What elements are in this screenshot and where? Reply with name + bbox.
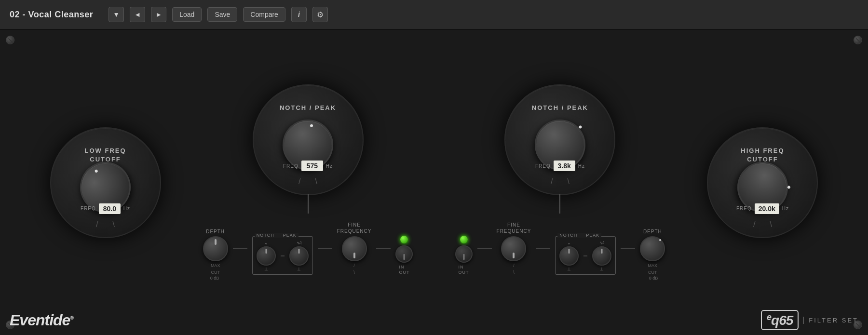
depth-2-label: DEPTH bbox=[643, 229, 662, 234]
np-2-header: NOTCH PEAK bbox=[557, 233, 601, 238]
low-freq-title: LOW FREQCUTOFF bbox=[85, 147, 126, 164]
line-1c bbox=[376, 248, 391, 249]
load-button[interactable]: Load bbox=[172, 7, 202, 22]
product-logo-area: eq65 FILTER SET bbox=[761, 310, 858, 331]
low-freq-unit: Hz bbox=[123, 206, 130, 211]
notch-peak-2-depth-col: DEPTH MAX CUT bbox=[640, 229, 665, 275]
notch-peak-1-freq-display: FREQ 575 Hz bbox=[283, 161, 333, 171]
fine-freq-1-label: FINEFREQUENCY bbox=[337, 222, 372, 234]
dropdown-button[interactable]: ▼ bbox=[108, 7, 124, 22]
bottom-bar: Eventide® eq65 FILTER SET bbox=[0, 305, 868, 335]
np-2-mid-line bbox=[583, 255, 587, 256]
screw-top-left bbox=[6, 36, 14, 44]
in-2-label: IN bbox=[459, 265, 464, 269]
led-2 bbox=[460, 236, 468, 243]
info-button[interactable]: i bbox=[291, 7, 307, 22]
notch-peak-2-knob-bg: NOTCH / PEAK FREQ 3.8k Hz / \ bbox=[504, 84, 615, 195]
out-2-label: OUT bbox=[459, 270, 469, 275]
prev-preset-button[interactable]: ◄ bbox=[130, 7, 145, 22]
fine-freq-2-label: FINEFREQUENCY bbox=[497, 222, 531, 234]
next-preset-button[interactable]: ► bbox=[151, 7, 166, 22]
eq65-logo-box: eq65 bbox=[761, 310, 799, 331]
in-1-label: IN bbox=[399, 265, 404, 269]
line-1b bbox=[318, 248, 332, 249]
top-bar: 02 - Vocal Cleanser ▼ ◄ ► Load Save Comp… bbox=[0, 0, 868, 30]
notch-peak-1-peak-knob[interactable] bbox=[289, 246, 309, 266]
brand-area: Eventide® bbox=[10, 311, 73, 329]
notch-peak-1-depth-col: DEPTH MAX CUT bbox=[203, 229, 228, 275]
notch-peak-1-freq-unit: Hz bbox=[326, 163, 333, 169]
inout-1-toggle[interactable] bbox=[395, 245, 413, 263]
notch-peak-2-ticks: / \ bbox=[551, 178, 570, 186]
preset-name: 02 - Vocal Cleanser bbox=[10, 10, 93, 20]
fine-freq-2-col: FINEFREQUENCY / \ bbox=[497, 222, 531, 275]
brand-name: Eventide® bbox=[10, 311, 73, 329]
high-freq-label: FREQ bbox=[736, 206, 752, 211]
np-1-notch-label: NOTCH bbox=[257, 233, 274, 238]
notch-peak-2-freq-value[interactable]: 3.8k bbox=[554, 161, 575, 171]
notch-peak-1-ticks: / \ bbox=[298, 178, 317, 186]
out-1-label: OUT bbox=[399, 270, 409, 275]
notch-peak-2-module: NOTCH / PEAK FREQ 3.8k Hz / \ bbox=[455, 84, 665, 281]
low-freq-display: FREQ 80.0 Hz bbox=[81, 203, 130, 214]
depth-2-cut-label: CUT bbox=[648, 270, 657, 275]
save-button[interactable]: Save bbox=[207, 7, 237, 22]
led-1 bbox=[400, 236, 408, 243]
high-freq-module: HIGH FREQCUTOFF FREQ 20.0k Hz / \ bbox=[707, 127, 818, 238]
fine-freq-1-knob[interactable] bbox=[342, 236, 367, 261]
depth-1-knob[interactable] bbox=[203, 236, 228, 261]
low-freq-label: FREQ bbox=[81, 206, 96, 211]
high-freq-ticks: / \ bbox=[753, 221, 772, 228]
np-2-peak-label: PEAK bbox=[586, 233, 599, 238]
depth-1-0db: 0 dB bbox=[210, 276, 219, 281]
eq65-logo-text: eq65 bbox=[767, 312, 793, 328]
notch-peak-2-freq-label: FREQ bbox=[535, 163, 551, 169]
np-1-mid-line bbox=[281, 255, 285, 256]
depth-2-max-cut: MAX bbox=[648, 263, 658, 268]
filter-set-label: FILTER SET bbox=[803, 317, 858, 324]
high-freq-knob-bg: HIGH FREQCUTOFF FREQ 20.0k Hz / \ bbox=[707, 127, 818, 238]
fine-freq-1-sub1: / bbox=[353, 263, 355, 268]
high-freq-value[interactable]: 20.0k bbox=[755, 203, 779, 214]
plugin-body: LOW FREQCUTOFF FREQ 80.0 Hz / \ NOTCH / … bbox=[0, 30, 868, 335]
high-freq-unit: Hz bbox=[782, 206, 789, 211]
notch-peak-2-freq-unit: Hz bbox=[578, 163, 585, 169]
depth-2-knob[interactable] bbox=[640, 236, 665, 261]
inout-2-toggle[interactable] bbox=[455, 245, 473, 263]
notch-peak-2-selector: NOTCH PEAK ⌄ ⊥ ∿⌇ bbox=[555, 236, 616, 275]
notch-peak-2-freq-display: FREQ 3.8k Hz bbox=[535, 161, 585, 171]
high-freq-title: HIGH FREQCUTOFF bbox=[741, 147, 784, 164]
line-1a bbox=[233, 248, 247, 249]
high-freq-display: FREQ 20.0k Hz bbox=[736, 203, 789, 214]
depth-2-0db: 0 dB bbox=[649, 276, 658, 281]
notch-peak-1-module: NOTCH / PEAK FREQ 575 Hz / \ bbox=[203, 84, 413, 281]
screw-top-right bbox=[854, 36, 862, 44]
fine-freq-2-sub1: / bbox=[513, 263, 515, 268]
notch-peak-2-selector-knob[interactable] bbox=[559, 246, 579, 266]
fine-freq-1-sub2: \ bbox=[353, 270, 355, 275]
fine-freq-2-sub2: \ bbox=[513, 270, 515, 275]
inout-1-col: IN OUT bbox=[395, 236, 413, 275]
line-2c bbox=[621, 248, 635, 249]
low-freq-value[interactable]: 80.0 bbox=[99, 203, 121, 214]
inout-2-col: IN OUT bbox=[455, 236, 473, 275]
low-freq-ticks: / \ bbox=[96, 221, 115, 228]
compare-button[interactable]: Compare bbox=[243, 7, 285, 22]
depth-1-max-cut: MAX bbox=[211, 263, 220, 268]
notch-peak-1-freq-value[interactable]: 575 bbox=[301, 161, 323, 171]
notch-peak-2-title: NOTCH / PEAK bbox=[532, 104, 588, 112]
depth-1-cut-label: CUT bbox=[211, 270, 220, 275]
line-2b bbox=[536, 248, 550, 249]
notch-peak-1-title: NOTCH / PEAK bbox=[280, 104, 336, 112]
four-sections: LOW FREQCUTOFF FREQ 80.0 Hz / \ NOTCH / … bbox=[0, 84, 868, 281]
notch-peak-2-peak-knob[interactable] bbox=[592, 246, 611, 266]
settings-button[interactable]: ⚙ bbox=[312, 7, 328, 22]
depth-1-label: DEPTH bbox=[206, 229, 225, 234]
np-1-header: NOTCH PEAK bbox=[255, 233, 298, 238]
notch-peak-1-selector-knob[interactable] bbox=[257, 246, 276, 266]
notch-peak-1-knob-bg: NOTCH / PEAK FREQ 575 Hz / \ bbox=[253, 84, 364, 195]
notch-peak-1-freq-label: FREQ bbox=[283, 163, 298, 169]
fine-freq-2-knob[interactable] bbox=[501, 236, 526, 261]
np-1-peak-label: PEAK bbox=[283, 233, 297, 238]
low-freq-module: LOW FREQCUTOFF FREQ 80.0 Hz / \ bbox=[50, 127, 161, 238]
